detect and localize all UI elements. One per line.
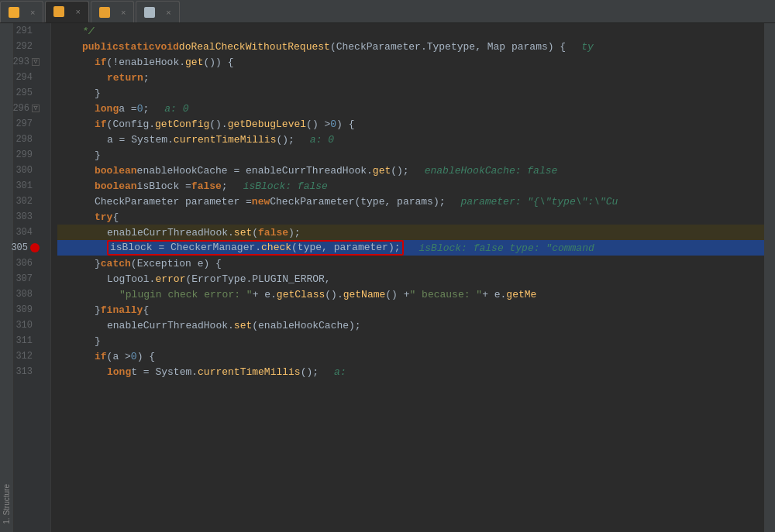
tab-checkermanager[interactable]: × [91,1,134,22]
code-area[interactable]: */public static void doRealCheckWithoutR… [51,23,764,532]
line-number: 296 [11,101,29,116]
code-line-301: boolean isBlock = false; isBlock: false [57,178,764,194]
code-token: (a > [107,351,131,362]
line-number: 312 [14,348,33,364]
code-token: getConfig [155,118,209,130]
gutter-line-294: 294 [14,70,46,85]
code-token: false [258,227,288,239]
code-line-297: if (Config.getConfig().getDebugLevel() >… [57,116,764,132]
code-token: (); [276,134,294,146]
inline-debug-value: a: 0 [310,134,334,146]
code-token: catch [101,258,131,269]
gutter-line-291: 291 [14,23,46,39]
code-token: type, Map params) { [451,41,566,53]
code-token: set [234,227,252,239]
code-token: getDebugLevel [228,118,306,130]
code-token: () > [306,118,330,130]
fold-marker-icon[interactable]: ▽ [32,105,40,112]
editor-area: 1. Structure 291292293▽294295296▽2972982… [0,23,775,532]
code-token: } [95,335,101,347]
code-token: " because: " [410,289,483,300]
code-line-308: "plugin check error: " + e.getClass().ge… [57,287,764,302]
code-line-300: boolean enableHookCache = enableCurrThre… [57,163,764,178]
inline-debug-value: isBlock: false type: "command [419,242,594,254]
code-token: } [95,258,101,269]
structure-label: 1. Structure [2,484,11,524]
code-line-313: long t = System.currentTimeMillis(); a: [57,364,764,379]
close-icon[interactable]: × [166,8,170,17]
java-icon [99,7,110,18]
code-line-294: return; [57,70,764,85]
line-number: 297 [14,116,33,132]
tab-hookhandler[interactable]: × [45,1,88,22]
code-token: enableCurrThreadHook. [107,320,234,331]
code-token: long [95,103,119,115]
code-token: CheckerManager [170,242,255,253]
code-line-296: long a = 0; a: 0 [57,101,764,116]
close-icon[interactable]: × [75,7,80,16]
line-number: 303 [14,209,33,225]
code-token: */ [82,26,95,37]
line-number: 309 [14,302,33,317]
line-number: 293 [11,54,29,70]
tab-abstractchecker[interactable]: × [136,1,179,22]
code-token: () + [385,289,409,300]
gutter-line-292: 292 [14,39,46,54]
code-token: t = System. [131,366,198,378]
code-token: (). [209,118,227,130]
code-line-292: public static void doRealCheckWithoutReq… [57,39,764,54]
code-token: + e. [253,289,277,300]
close-icon[interactable]: × [30,8,35,17]
breakpoint-icon[interactable] [30,243,40,252]
line-number: 308 [14,287,33,302]
code-line-310: enableCurrThreadHook.set(enableHookCache… [57,317,764,333]
code-token: ; [143,103,149,115]
gutter-line-311: 311 [14,333,46,348]
code-token: currentTimeMillis [198,366,301,378]
code-token: (CheckParameter. [330,41,427,53]
tab-processbuilderhook[interactable]: × [0,1,43,22]
java-icon [53,6,64,17]
line-number: 311 [14,333,33,348]
gutter-line-312: 312 [14,348,46,364]
tab-bar: × × × × [0,0,775,23]
code-token: (). [325,289,343,300]
code-token: static [119,41,155,53]
code-line-307: LogTool.error(ErrorType.PLUGIN_ERROR, [57,271,764,287]
code-line-312: if (a > 0) { [57,348,764,364]
code-token: try [95,211,112,223]
code-token: (!enableHook. [107,57,185,68]
code-token: return [107,72,143,84]
java-icon [9,7,19,18]
close-icon[interactable]: × [121,8,126,17]
code-line-298: a = System.currentTimeMillis(); a: 0 [57,132,764,147]
code-token: get [185,57,203,68]
line-number: 294 [14,70,33,85]
fold-marker-icon[interactable]: ▽ [32,58,40,66]
line-number: 300 [14,163,33,178]
gutter-line-298: 298 [14,132,46,147]
gutter-line-307: 307 [14,271,46,287]
line-number: 298 [14,132,33,147]
scrollbar[interactable] [764,23,775,532]
code-token: error [155,273,185,285]
code-token: getName [343,289,386,300]
code-token: (Exception e) { [131,258,222,269]
code-token: getMe [506,289,536,300]
structure-panel: 1. Structure [0,23,14,532]
line-number: 302 [14,194,33,209]
code-token: 0 [330,118,336,130]
code-token: currentTimeMillis [174,134,277,146]
code-token: get [373,165,391,177]
code-token: CheckParameter(type, params); [270,196,445,208]
java-icon [144,7,155,18]
code-token: } [95,88,101,99]
code-token: (); [301,366,319,378]
code-line-293: if (!enableHook.get()) { [57,54,764,70]
code-line-295: } [57,85,764,101]
inline-debug-value: enableHookCache: false [425,165,558,177]
inline-debug-value: parameter: "{\"type\":\"Cu [461,196,618,208]
code-token: isBlock = [137,180,191,192]
debug-highlight-box: isBlock = CheckerManager.check(type, par… [107,240,404,256]
code-token: a = [119,103,136,115]
